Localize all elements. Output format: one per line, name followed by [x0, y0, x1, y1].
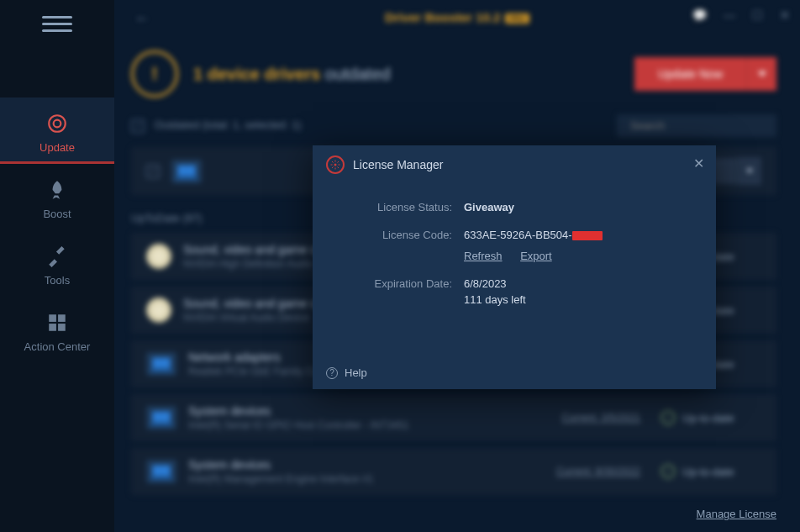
- main-area: ← Driver Booster 10.2PRO 💬 — ☐ ✕ ! 1 dev…: [114, 0, 800, 532]
- svg-rect-12: [150, 424, 172, 426]
- redacted-segment: [572, 231, 603, 240]
- export-link[interactable]: Export: [520, 250, 552, 262]
- expiration-label: Expiration Date:: [329, 277, 464, 290]
- nav-boost[interactable]: Boost: [0, 164, 114, 230]
- disc-icon: [146, 244, 171, 269]
- target-icon: [46, 113, 68, 134]
- help-icon: ?: [326, 367, 338, 379]
- back-button[interactable]: ←: [134, 10, 150, 28]
- row-status: Up-to-date: [682, 412, 734, 424]
- nav-action-center[interactable]: Action Center: [0, 297, 114, 363]
- menu-button[interactable]: [42, 8, 72, 39]
- manage-license-link[interactable]: Manage License: [697, 508, 776, 520]
- outdated-filter[interactable]: ✓ Outdated (total: 1, selected: 1): [131, 119, 302, 133]
- chevron-down-icon: [758, 71, 766, 76]
- nav-tools[interactable]: Tools: [0, 230, 114, 297]
- row-subtitle: Intel(R) Management Engine Interface #1: [188, 473, 556, 485]
- maximize-button[interactable]: ☐: [752, 8, 763, 22]
- check-icon: ✓: [661, 410, 676, 425]
- search-input[interactable]: [630, 119, 771, 132]
- nav-label: Action Center: [24, 340, 91, 353]
- refresh-link[interactable]: Refresh: [464, 250, 503, 262]
- feedback-icon[interactable]: 💬: [692, 8, 707, 22]
- svg-point-15: [334, 164, 337, 166]
- pro-badge: PRO: [505, 13, 530, 24]
- help-link[interactable]: ? Help: [313, 356, 716, 389]
- grid-icon: [46, 312, 68, 334]
- device-icon: [146, 352, 176, 376]
- svg-rect-4: [49, 324, 56, 331]
- tools-icon: [46, 245, 68, 267]
- license-manager-modal: License Manager ✕ License Status: Giveaw…: [313, 145, 716, 389]
- warning-ring-icon: !: [131, 50, 178, 97]
- modal-title: License Manager: [353, 158, 443, 171]
- svg-point-0: [49, 115, 66, 132]
- update-now-button[interactable]: Update Now: [634, 57, 746, 91]
- device-icon: [171, 160, 202, 183]
- device-icon: [146, 460, 176, 483]
- gear-icon: [326, 155, 345, 174]
- license-code-label: License Code:: [329, 229, 464, 241]
- svg-rect-5: [58, 324, 66, 331]
- svg-rect-14: [150, 477, 172, 480]
- nav-label: Update: [39, 141, 75, 154]
- row-date[interactable]: Current: 9/30/2022: [556, 466, 640, 477]
- nav-label: Boost: [43, 208, 71, 220]
- nav-update[interactable]: Update: [0, 97, 114, 164]
- row-date[interactable]: Current: 3/5/2021: [562, 412, 640, 424]
- expiration-value: 6/8/2023: [464, 277, 507, 290]
- titlebar: ← Driver Booster 10.2PRO 💬 — ☐ ✕: [114, 0, 800, 34]
- svg-rect-2: [49, 314, 56, 322]
- row-title: System devices: [188, 404, 562, 418]
- svg-rect-11: [152, 411, 171, 422]
- chevron-down-icon: [746, 169, 753, 173]
- license-code-value: 633AE-5926A-BB504-: [464, 229, 603, 241]
- close-button[interactable]: ✕: [780, 8, 790, 22]
- svg-rect-13: [152, 465, 171, 476]
- app-title: Driver Booster 10.2PRO: [385, 10, 529, 24]
- row-status: Up-to-date: [682, 466, 734, 478]
- row-update-dropdown[interactable]: [736, 157, 761, 185]
- rocket-icon: [46, 179, 68, 201]
- license-status-label: License Status:: [329, 201, 464, 213]
- nav-label: Tools: [45, 274, 70, 287]
- row-checkbox[interactable]: ✓: [146, 165, 160, 178]
- driver-row: System devicesIntel(R) Serial IO GPIO Ho…: [131, 394, 776, 441]
- device-icon: [146, 406, 176, 429]
- svg-rect-3: [58, 314, 66, 322]
- row-subtitle: Intel(R) Serial IO GPIO Host Controller …: [188, 419, 562, 431]
- sidebar: Update Boost Tools Action Center: [0, 0, 114, 532]
- minimize-button[interactable]: —: [724, 8, 735, 22]
- svg-rect-10: [150, 370, 172, 372]
- modal-close-button[interactable]: ✕: [693, 155, 704, 171]
- svg-point-1: [54, 120, 61, 128]
- update-now-dropdown[interactable]: [746, 57, 776, 91]
- svg-rect-7: [177, 165, 196, 176]
- search-box[interactable]: [617, 114, 776, 137]
- driver-row: System devicesIntel(R) Management Engine…: [131, 448, 776, 495]
- disc-icon: [146, 298, 171, 323]
- svg-rect-9: [152, 357, 171, 368]
- license-status-value: Giveaway: [464, 201, 514, 213]
- check-icon: ✓: [661, 464, 676, 479]
- svg-rect-8: [176, 176, 197, 179]
- checkbox-icon[interactable]: ✓: [131, 119, 145, 133]
- row-title: System devices: [188, 458, 556, 471]
- days-left: 111 days left: [464, 293, 526, 306]
- header-text: 1 device drivers outdated: [193, 65, 391, 84]
